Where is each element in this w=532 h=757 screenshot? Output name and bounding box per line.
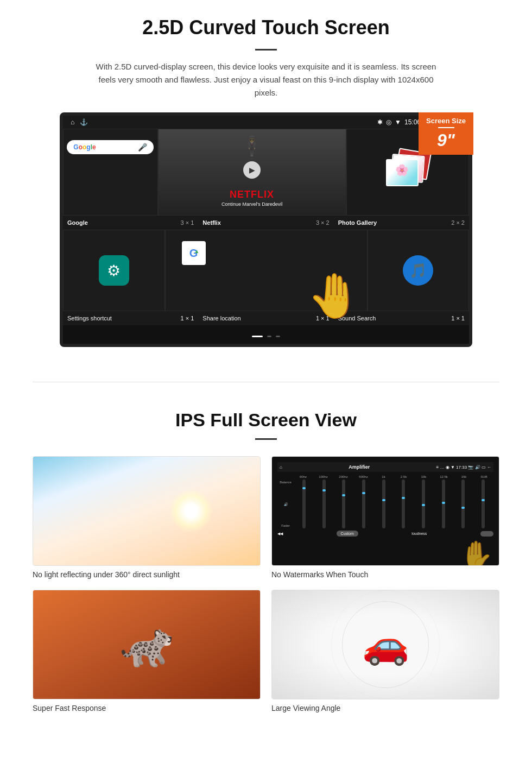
eq-bar-7 [414, 480, 433, 528]
settings-label: Settings shortcut 1 × 1 [63, 313, 198, 323]
sky-bg [33, 457, 260, 565]
cheetah-image: 🐆 [33, 590, 260, 699]
daredevil-silhouette: 🕴 [238, 135, 265, 160]
maps-icon-container: G ▲ [182, 241, 206, 265]
car-caption: Large Viewing Angle [271, 704, 499, 712]
app-labels-row1: Google 3 × 1 Netflix 3 × 2 Photo Gallery… [63, 216, 469, 230]
eq-main: Balance 🔊 Fader [277, 480, 493, 528]
watermark-feature: ⌂ Amplifier ≡ … ◉ ▼ 17:33 📷 🔊 ▭ ← 60hz 1… [271, 456, 499, 579]
car-feature: 🚗 Large Viewing Angle [271, 590, 499, 712]
section1-title: 2.5D Curved Touch Screen [33, 16, 499, 39]
netflix-cell[interactable]: ▶ NETFLIX Continue Marvel's Daredevil 🕴 [158, 129, 346, 216]
sound-search-icon[interactable]: 🎵 [403, 255, 433, 286]
dot-3 [276, 336, 280, 337]
cheetah-image-box: 🐆 [33, 590, 261, 699]
sunlight-feature: No light reflecting under 360° direct su… [33, 456, 261, 579]
play-button[interactable]: ▶ [243, 161, 261, 179]
google-cell[interactable]: Google 🎤 [63, 129, 158, 216]
wifi-icon: ▼ [395, 118, 401, 126]
sunlight-caption: No light reflecting under 360° direct su… [33, 570, 261, 579]
amp-home: ⌂ [280, 465, 282, 470]
eq-bar-10 [474, 480, 492, 528]
eq-bar-2 [315, 480, 333, 528]
sun-flare [169, 489, 213, 533]
app-grid-top: Google 🎤 ▶ NETFLIX Continue Marvel's Dar… [63, 129, 469, 216]
sunlight-image [33, 457, 260, 565]
car-topdown: 🚗 [362, 622, 409, 667]
amplifier-image: ⌂ Amplifier ≡ … ◉ ▼ 17:33 📷 🔊 ▭ ← 60hz 1… [272, 457, 499, 565]
device-container: Screen Size 9" ⌂ ⚓ ✱ ◎ ▼ 15:06 📷 [60, 112, 472, 347]
car-image: 🚗 [272, 590, 499, 699]
watermark-caption: No Watermarks When Touch [271, 570, 499, 579]
section-ips: IPS Full Screen View No light reflecting… [0, 404, 532, 735]
loudness-label: loudness [411, 532, 427, 535]
feature-grid: No light reflecting under 360° direct su… [33, 456, 499, 712]
title-underline [255, 49, 277, 51]
microphone-icon[interactable]: 🎤 [138, 143, 147, 152]
app-labels-row2: Settings shortcut 1 × 1 Share location 1… [63, 311, 469, 325]
amp-back-icon: ◀◀ [277, 532, 283, 536]
cheetah-caption: Super Fast Response [33, 704, 261, 712]
amp-title: Amplifier [349, 464, 370, 470]
eq-left-labels: Balance 🔊 Fader [277, 480, 294, 528]
dot-1 [252, 336, 263, 337]
eq-labels: 60hz 100hz 200hz 500hz 1k 2.5k 10k 12.5k… [294, 475, 493, 478]
netflix-label: Netflix 3 × 2 [198, 218, 333, 228]
status-bar: ⌂ ⚓ ✱ ◎ ▼ 15:06 📷 🔊 ✕ ▭ [63, 116, 469, 129]
touch-hand: ✋ [460, 539, 493, 565]
screen-size-badge: Screen Size 9" [419, 112, 473, 155]
eq-bar-6 [395, 480, 413, 528]
sound-search-cell[interactable]: 🎵 [368, 230, 470, 311]
cheetah-feature: 🐆 Super Fast Response [33, 590, 261, 712]
dot-2 [267, 336, 271, 337]
device-screen: ⌂ ⚓ ✱ ◎ ▼ 15:06 📷 🔊 ✕ ▭ [60, 112, 472, 347]
loudness-toggle[interactable] [480, 531, 493, 537]
badge-label: Screen Size [426, 117, 466, 125]
settings-icon[interactable]: ⚙ [99, 255, 129, 286]
netflix-logo: NETFLIX [164, 189, 340, 200]
eq-bar-3 [334, 480, 353, 528]
photo-stack: 🌸 [386, 150, 429, 194]
share-location-cell[interactable]: G ▲ 🤚 [165, 230, 368, 311]
netflix-info: NETFLIX Continue Marvel's Daredevil [164, 189, 340, 207]
page: 2.5D Curved Touch Screen With 2.5D curve… [0, 0, 532, 735]
status-bar-left: ⌂ ⚓ [71, 118, 88, 126]
netflix-subtitle: Continue Marvel's Daredevil [164, 201, 340, 207]
amp-topbar: ⌂ Amplifier ≡ … ◉ ▼ 17:33 📷 🔊 ▭ ← [277, 462, 493, 472]
section1-description: With 2.5D curved-display screen, this de… [92, 60, 440, 99]
google-logo: Google [73, 143, 96, 151]
section2-underline [255, 438, 277, 440]
bluetooth-icon: ✱ [377, 118, 383, 126]
app-grid-bottom: ⚙ G ▲ 🤚 [63, 230, 469, 311]
badge-divider [438, 127, 454, 128]
car-image-box: 🚗 [271, 590, 499, 699]
hand-pointing: 🤚 [307, 270, 362, 321]
usb-icon: ⚓ [80, 118, 88, 126]
amplifier-image-box: ⌂ Amplifier ≡ … ◉ ▼ 17:33 📷 🔊 ▭ ← 60hz 1… [271, 456, 499, 566]
badge-size: 9" [426, 130, 466, 150]
google-search-bar[interactable]: Google 🎤 [67, 140, 154, 154]
section2-title: IPS Full Screen View [33, 409, 499, 431]
location-icon: ◎ [386, 118, 391, 126]
eq-bar-9 [454, 480, 473, 528]
cheetah-emoji: 🐆 [119, 619, 174, 670]
google-label: Google 3 × 1 [63, 218, 198, 228]
home-icon[interactable]: ⌂ [71, 118, 74, 126]
custom-button[interactable]: Custom [337, 531, 358, 537]
amp-bottom: ◀◀ Custom loudness [277, 531, 493, 537]
sunlight-image-box [33, 456, 261, 566]
flower-icon: 🌸 [387, 163, 417, 176]
photogallery-label: Photo Gallery 2 × 2 [334, 218, 469, 228]
eq-bar-1 [295, 480, 313, 528]
pagination-dots [63, 325, 469, 344]
maps-icon: G ▲ [182, 241, 206, 265]
eq-bar-4 [354, 480, 373, 528]
eq-bars-container [294, 480, 493, 528]
section-divider [33, 382, 499, 382]
amp-icons: ≡ … ◉ ▼ 17:33 📷 🔊 ▭ ← [436, 465, 491, 470]
eq-bar-5 [375, 480, 393, 528]
settings-cell[interactable]: ⚙ [63, 230, 165, 311]
photo-card-flower: 🌸 [386, 159, 419, 186]
eq-bar-8 [434, 480, 453, 528]
section-curved-screen: 2.5D Curved Touch Screen With 2.5D curve… [0, 0, 532, 360]
